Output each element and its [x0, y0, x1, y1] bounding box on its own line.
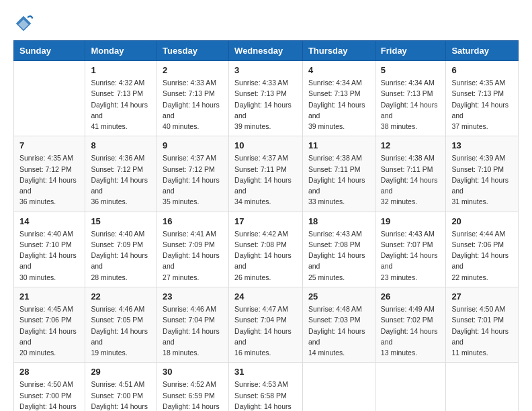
calendar-cell: 21Sunrise: 4:45 AMSunset: 7:06 PMDayligh… — [14, 287, 85, 362]
calendar-week-1: 1Sunrise: 4:32 AMSunset: 7:13 PMDaylight… — [14, 61, 519, 136]
day-info: Sunrise: 4:34 AMSunset: 7:13 PMDaylight:… — [381, 77, 441, 132]
calendar-cell: 11Sunrise: 4:38 AMSunset: 7:11 PMDayligh… — [302, 136, 375, 212]
weekday-header-friday: Friday — [375, 41, 446, 61]
day-number: 7 — [19, 140, 79, 150]
calendar-cell: 18Sunrise: 4:43 AMSunset: 7:08 PMDayligh… — [302, 212, 375, 287]
day-info: Sunrise: 4:53 AMSunset: 6:58 PMDaylight:… — [234, 379, 297, 411]
calendar-week-5: 28Sunrise: 4:50 AMSunset: 7:00 PMDayligh… — [14, 363, 519, 411]
day-number: 10 — [234, 140, 297, 150]
weekday-header-monday: Monday — [85, 41, 157, 61]
day-number: 9 — [163, 140, 223, 150]
day-number: 12 — [381, 140, 441, 150]
day-info: Sunrise: 4:41 AMSunset: 7:09 PMDaylight:… — [163, 228, 223, 283]
calendar-week-2: 7Sunrise: 4:35 AMSunset: 7:12 PMDaylight… — [14, 136, 519, 212]
day-number: 6 — [451, 65, 513, 75]
day-number: 22 — [91, 291, 151, 302]
day-info: Sunrise: 4:44 AMSunset: 7:06 PMDaylight:… — [451, 228, 513, 283]
day-number: 4 — [308, 65, 369, 75]
day-number: 25 — [308, 291, 369, 302]
day-info: Sunrise: 4:33 AMSunset: 7:13 PMDaylight:… — [234, 77, 297, 132]
calendar-cell: 16Sunrise: 4:41 AMSunset: 7:09 PMDayligh… — [157, 212, 229, 287]
day-info: Sunrise: 4:38 AMSunset: 7:11 PMDaylight:… — [381, 152, 441, 207]
calendar-cell — [446, 363, 519, 411]
day-number: 14 — [19, 216, 79, 226]
day-info: Sunrise: 4:33 AMSunset: 7:13 PMDaylight:… — [163, 77, 223, 132]
calendar-cell — [14, 61, 85, 136]
day-info: Sunrise: 4:32 AMSunset: 7:13 PMDaylight:… — [91, 77, 151, 132]
day-number: 13 — [451, 140, 513, 150]
day-number: 16 — [163, 216, 223, 226]
calendar-cell: 4Sunrise: 4:34 AMSunset: 7:13 PMDaylight… — [302, 61, 375, 136]
day-info: Sunrise: 4:38 AMSunset: 7:11 PMDaylight:… — [308, 152, 369, 207]
day-number: 27 — [451, 291, 513, 302]
day-info: Sunrise: 4:45 AMSunset: 7:06 PMDaylight:… — [19, 304, 79, 358]
day-info: Sunrise: 4:48 AMSunset: 7:03 PMDaylight:… — [308, 304, 369, 358]
day-number: 31 — [234, 367, 297, 377]
calendar-cell: 23Sunrise: 4:46 AMSunset: 7:04 PMDayligh… — [157, 287, 229, 362]
day-info: Sunrise: 4:35 AMSunset: 7:13 PMDaylight:… — [451, 77, 513, 132]
day-number: 30 — [163, 367, 223, 377]
calendar-cell: 1Sunrise: 4:32 AMSunset: 7:13 PMDaylight… — [85, 61, 157, 136]
day-number: 5 — [381, 65, 441, 75]
day-info: Sunrise: 4:46 AMSunset: 7:04 PMDaylight:… — [163, 304, 223, 358]
day-info: Sunrise: 4:50 AMSunset: 7:00 PMDaylight:… — [19, 379, 79, 411]
day-number: 1 — [91, 65, 151, 75]
day-number: 11 — [308, 140, 369, 150]
calendar-cell: 19Sunrise: 4:43 AMSunset: 7:07 PMDayligh… — [375, 212, 446, 287]
day-info: Sunrise: 4:42 AMSunset: 7:08 PMDaylight:… — [234, 228, 297, 283]
calendar-cell: 5Sunrise: 4:34 AMSunset: 7:13 PMDaylight… — [375, 61, 446, 136]
calendar-cell: 8Sunrise: 4:36 AMSunset: 7:12 PMDaylight… — [85, 136, 157, 212]
day-info: Sunrise: 4:35 AMSunset: 7:12 PMDaylight:… — [19, 152, 79, 207]
page-header — [13, 13, 519, 34]
calendar-cell: 17Sunrise: 4:42 AMSunset: 7:08 PMDayligh… — [229, 212, 303, 287]
day-info: Sunrise: 4:51 AMSunset: 7:00 PMDaylight:… — [91, 379, 151, 411]
calendar-week-3: 14Sunrise: 4:40 AMSunset: 7:10 PMDayligh… — [14, 212, 519, 287]
calendar-cell: 13Sunrise: 4:39 AMSunset: 7:10 PMDayligh… — [446, 136, 519, 212]
day-info: Sunrise: 4:39 AMSunset: 7:10 PMDaylight:… — [451, 152, 513, 207]
day-info: Sunrise: 4:46 AMSunset: 7:05 PMDaylight:… — [91, 304, 151, 358]
day-number: 18 — [308, 216, 369, 226]
day-info: Sunrise: 4:49 AMSunset: 7:02 PMDaylight:… — [381, 304, 441, 358]
calendar-cell: 10Sunrise: 4:37 AMSunset: 7:11 PMDayligh… — [229, 136, 303, 212]
calendar-cell: 22Sunrise: 4:46 AMSunset: 7:05 PMDayligh… — [85, 287, 157, 362]
calendar-cell: 24Sunrise: 4:47 AMSunset: 7:04 PMDayligh… — [229, 287, 303, 362]
calendar-cell: 29Sunrise: 4:51 AMSunset: 7:00 PMDayligh… — [85, 363, 157, 411]
calendar-table: SundayMondayTuesdayWednesdayThursdayFrid… — [13, 40, 519, 411]
day-number: 23 — [163, 291, 223, 302]
calendar-cell: 15Sunrise: 4:40 AMSunset: 7:09 PMDayligh… — [85, 212, 157, 287]
calendar-cell: 9Sunrise: 4:37 AMSunset: 7:12 PMDaylight… — [157, 136, 229, 212]
calendar-cell: 30Sunrise: 4:52 AMSunset: 6:59 PMDayligh… — [157, 363, 229, 411]
calendar-week-4: 21Sunrise: 4:45 AMSunset: 7:06 PMDayligh… — [14, 287, 519, 362]
calendar-header-row: SundayMondayTuesdayWednesdayThursdayFrid… — [14, 41, 519, 61]
calendar-cell: 3Sunrise: 4:33 AMSunset: 7:13 PMDaylight… — [229, 61, 303, 136]
calendar-cell: 31Sunrise: 4:53 AMSunset: 6:58 PMDayligh… — [229, 363, 303, 411]
day-number: 2 — [163, 65, 223, 75]
day-info: Sunrise: 4:43 AMSunset: 7:08 PMDaylight:… — [308, 228, 369, 283]
calendar-cell: 12Sunrise: 4:38 AMSunset: 7:11 PMDayligh… — [375, 136, 446, 212]
day-info: Sunrise: 4:50 AMSunset: 7:01 PMDaylight:… — [451, 304, 513, 358]
day-number: 8 — [91, 140, 151, 150]
weekday-header-tuesday: Tuesday — [157, 41, 229, 61]
weekday-header-sunday: Sunday — [14, 41, 85, 61]
logo — [13, 13, 36, 34]
calendar-cell: 26Sunrise: 4:49 AMSunset: 7:02 PMDayligh… — [375, 287, 446, 362]
day-number: 26 — [381, 291, 441, 302]
calendar-cell: 27Sunrise: 4:50 AMSunset: 7:01 PMDayligh… — [446, 287, 519, 362]
weekday-header-thursday: Thursday — [302, 41, 375, 61]
day-number: 29 — [91, 367, 151, 377]
calendar-cell: 7Sunrise: 4:35 AMSunset: 7:12 PMDaylight… — [14, 136, 85, 212]
day-info: Sunrise: 4:40 AMSunset: 7:10 PMDaylight:… — [19, 228, 79, 283]
day-number: 24 — [234, 291, 297, 302]
day-number: 19 — [381, 216, 441, 226]
weekday-header-saturday: Saturday — [446, 41, 519, 61]
day-info: Sunrise: 4:37 AMSunset: 7:11 PMDaylight:… — [234, 152, 297, 207]
day-info: Sunrise: 4:36 AMSunset: 7:12 PMDaylight:… — [91, 152, 151, 207]
calendar-cell: 14Sunrise: 4:40 AMSunset: 7:10 PMDayligh… — [14, 212, 85, 287]
day-number: 20 — [451, 216, 513, 226]
day-info: Sunrise: 4:52 AMSunset: 6:59 PMDaylight:… — [163, 379, 223, 411]
day-info: Sunrise: 4:47 AMSunset: 7:04 PMDaylight:… — [234, 304, 297, 358]
calendar-cell: 28Sunrise: 4:50 AMSunset: 7:00 PMDayligh… — [14, 363, 85, 411]
day-info: Sunrise: 4:40 AMSunset: 7:09 PMDaylight:… — [91, 228, 151, 283]
day-info: Sunrise: 4:43 AMSunset: 7:07 PMDaylight:… — [381, 228, 441, 283]
day-info: Sunrise: 4:37 AMSunset: 7:12 PMDaylight:… — [163, 152, 223, 207]
